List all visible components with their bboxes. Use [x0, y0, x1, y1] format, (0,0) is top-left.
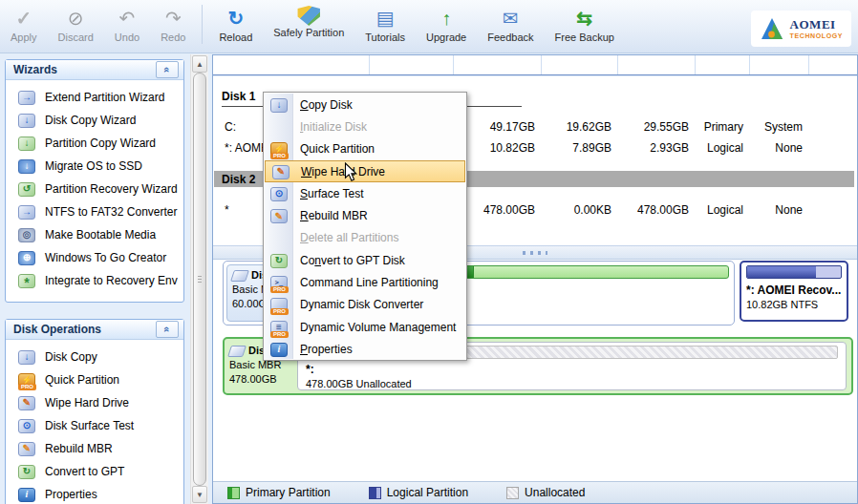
context-menu-item[interactable]: Rebuild MBR — [264, 204, 466, 226]
menu-item-label: Copy Disk — [300, 98, 353, 112]
toolbar-icon — [296, 6, 321, 26]
toolbar-label: Apply — [11, 32, 37, 43]
sidebar-item[interactable]: Windows To Go Creator — [6, 246, 183, 269]
toolbar-icon — [572, 6, 597, 31]
sidebar-item-label: Migrate OS to SSD — [45, 159, 142, 173]
cell-free-space: 2.93GB — [618, 141, 696, 155]
menu-item-icon — [270, 254, 288, 268]
sidebar-item[interactable]: Extend Partition Wizard — [6, 86, 183, 109]
toolbar-button[interactable]: Discard — [48, 5, 104, 44]
cell-free-space: 478.00GB — [618, 203, 696, 217]
sidebar-item-icon — [18, 159, 35, 174]
toolbar: Apply Discard Undo Redo Reload Safely Pa… — [0, 0, 858, 53]
table-column-header[interactable] — [213, 55, 370, 74]
legend-swatch-icon — [506, 487, 519, 499]
menu-item-label: Initialize Disk — [300, 120, 367, 134]
sidebar-item-icon — [18, 91, 35, 105]
scrollbar-down-arrow[interactable]: ▼ — [192, 486, 207, 503]
wizards-panel-title: Wizards — [13, 63, 57, 76]
toolbar-button[interactable]: Reload — [202, 5, 263, 44]
sidebar-item[interactable]: Integrate to Recovery Env — [6, 269, 183, 292]
sidebar-item-label: Quick Partition — [45, 373, 119, 387]
sidebar-item[interactable]: Disk Copy — [6, 346, 183, 368]
context-menu-item[interactable]: Properties — [264, 338, 466, 360]
menu-item-icon — [270, 142, 288, 157]
context-menu-item[interactable]: Wipe Hard Drive — [265, 160, 465, 182]
legend-label: Primary Partition — [246, 486, 331, 499]
toolbar-button[interactable]: Feedback — [477, 5, 544, 44]
scrollbar-up-arrow[interactable]: ▲ — [192, 55, 207, 73]
partition-block-recovery[interactable]: *: AOMEI Recov... 10.82GB NTFS — [740, 261, 848, 322]
table-column-header[interactable] — [454, 55, 542, 74]
sidebar-item[interactable]: Convert to GPT — [6, 460, 183, 483]
scrollbar-thumb[interactable] — [193, 73, 206, 486]
table-column-header[interactable] — [542, 55, 618, 74]
context-menu-item[interactable]: Delete all Partitions — [264, 227, 466, 249]
toolbar-icon — [161, 6, 185, 31]
disk-operations-panel-header[interactable]: Disk Operations — [6, 320, 183, 340]
cell-status: None — [750, 203, 809, 217]
legend-swatch-icon — [369, 487, 381, 499]
toolbar-button[interactable]: Free Backup — [545, 5, 625, 44]
context-menu-item[interactable]: Surface Test — [264, 182, 466, 204]
context-menu-item[interactable]: Command Line Partitioning — [264, 271, 466, 293]
sidebar-item[interactable]: Wipe Hard Drive — [6, 391, 183, 414]
toolbar-icon — [498, 6, 523, 31]
toolbar-button[interactable]: Apply — [0, 5, 48, 44]
logo-subtitle: TECHNOLOGY — [790, 32, 843, 39]
sidebar-item[interactable]: Make Bootable Media — [6, 223, 183, 246]
context-menu-item[interactable]: Convert to GPT Disk — [264, 249, 466, 271]
sidebar-item-icon — [18, 114, 35, 128]
wizards-panel-header[interactable]: Wizards — [6, 60, 183, 80]
table-column-header[interactable] — [370, 55, 454, 74]
sidebar-item[interactable]: Rebuild MBR — [6, 437, 183, 460]
context-menu-item[interactable]: Dynamic Volume Management — [264, 316, 466, 338]
table-column-header[interactable] — [618, 55, 696, 74]
toolbar-label: Safely Partition — [273, 27, 344, 38]
sidebar-item[interactable]: Properties — [6, 483, 183, 504]
toolbar-label: Upgrade — [426, 32, 466, 43]
sidebar-item[interactable]: NTFS to FAT32 Converter — [6, 200, 183, 223]
table-column-header[interactable] — [696, 55, 750, 74]
sidebar-item-label: Windows To Go Creator — [45, 251, 166, 264]
sidebar-item[interactable]: Migrate OS to SSD — [6, 155, 183, 178]
sidebar-scrollbar[interactable]: ▲ ▼ — [190, 54, 208, 504]
collapse-chevron-icon[interactable] — [156, 61, 179, 78]
partition-label: *: AOMEI Recov... — [746, 284, 842, 297]
sidebar-item-icon — [18, 442, 35, 456]
cell-used-space: 0.00KB — [542, 203, 618, 217]
disk-context-menu: Copy Disk Initialize Disk Quick Partitio… — [263, 92, 467, 361]
toolbar-button[interactable]: Tutorials — [354, 5, 416, 44]
toolbar-button[interactable]: Safely Partition — [263, 5, 354, 39]
sidebar-item[interactable]: Partition Copy Wizard — [6, 132, 183, 155]
disk-icon — [227, 346, 247, 357]
toolbar-button[interactable]: Undo — [104, 5, 150, 44]
partition-size: 10.82GB NTFS — [746, 299, 842, 310]
legend-label: Unallocated — [525, 486, 585, 499]
toolbar-button[interactable]: Upgrade — [416, 5, 477, 44]
menu-item-label: Convert to GPT Disk — [300, 254, 405, 267]
menu-item-icon — [270, 298, 288, 312]
sidebar-item[interactable]: Quick Partition — [6, 368, 183, 391]
sidebar-item[interactable]: Disk Copy Wizard — [6, 109, 183, 132]
toolbar-button[interactable]: Redo — [150, 5, 196, 44]
context-menu-item[interactable]: Dynamic Disk Converter — [264, 294, 466, 316]
aomei-logo-icon — [760, 16, 784, 41]
cell-used-space: 19.62GB — [542, 120, 618, 134]
sidebar-item-icon — [18, 182, 35, 197]
menu-item-icon — [270, 187, 288, 201]
legend-item: Primary Partition — [227, 486, 331, 499]
legend-item: Unallocated — [506, 486, 585, 499]
sidebar-item-label: Partition Recovery Wizard — [45, 182, 178, 196]
context-menu-item[interactable]: Initialize Disk — [264, 116, 466, 137]
partition-size: 478.00GB Unallocated — [306, 378, 838, 389]
sidebar-item[interactable]: Disk Surface Test — [6, 414, 183, 437]
sidebar-item-label: Wipe Hard Drive — [45, 396, 129, 410]
context-menu-item[interactable]: Quick Partition — [264, 138, 466, 160]
sidebar-item[interactable]: Partition Recovery Wizard — [6, 178, 183, 200]
partition-capacity-bar-logical — [746, 265, 842, 279]
table-column-header[interactable] — [750, 55, 809, 74]
collapse-chevron-icon[interactable] — [156, 321, 179, 338]
context-menu-item[interactable]: Copy Disk — [264, 94, 466, 116]
sidebar-item-label: NTFS to FAT32 Converter — [45, 205, 178, 219]
